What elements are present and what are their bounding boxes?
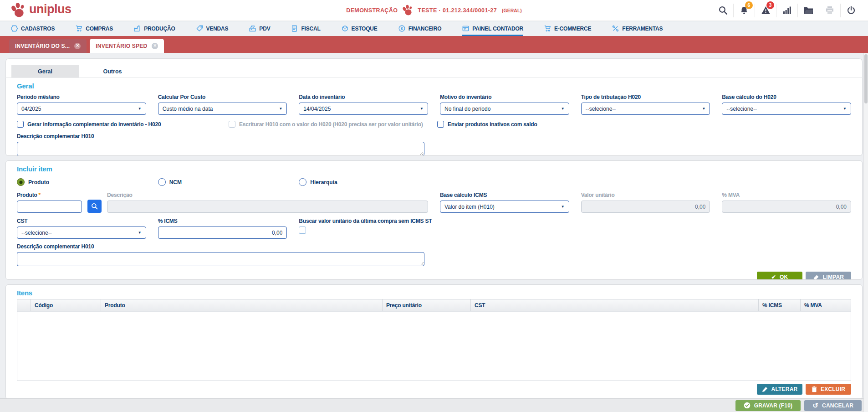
menu-item-vendas[interactable]: VENDAS xyxy=(196,21,229,36)
chevron-down-icon: ▼ xyxy=(420,107,424,111)
select-value: --selecione-- xyxy=(21,230,52,236)
radio-button[interactable] xyxy=(299,178,306,186)
produto-search-button[interactable] xyxy=(87,200,102,213)
field-label: Base cálculo ICMS xyxy=(440,192,569,198)
column-header-produto[interactable]: Produto xyxy=(101,299,383,311)
menu-item-fiscal[interactable]: FISCAL xyxy=(291,21,320,36)
subtab-outros[interactable]: Outros xyxy=(79,65,146,77)
search-button[interactable] xyxy=(712,3,733,18)
menu-item-cadastros[interactable]: CADASTROS xyxy=(11,21,55,36)
column-header-preco-unitario[interactable]: Preço unitário xyxy=(383,299,471,311)
menu-item-producao[interactable]: PRODUÇÃO xyxy=(134,21,175,36)
data-inventario-select[interactable]: 14/04/2025 ▼ xyxy=(299,103,428,115)
column-header-mva[interactable]: % MVA xyxy=(801,299,851,311)
button-label: ALTERAR xyxy=(771,386,798,392)
menu-item-ferramentas[interactable]: FERRAMENTAS xyxy=(612,21,663,36)
cash-register-icon xyxy=(249,25,256,32)
limpar-button[interactable]: LIMPAR xyxy=(806,272,851,280)
field-label: Motivo do inventário xyxy=(440,94,569,100)
descricao-h010-textarea[interactable] xyxy=(17,142,424,156)
produto-input[interactable] xyxy=(17,201,82,213)
cst-select[interactable]: --selecione-- ▼ xyxy=(17,227,146,239)
menu-item-ecommerce[interactable]: E-COMMERCE xyxy=(544,21,591,36)
buscar-checkbox[interactable] xyxy=(299,227,306,234)
menu-item-estoque[interactable]: ESTOQUE xyxy=(342,21,378,36)
shopping-cart-icon xyxy=(544,25,551,32)
menu-label: PRODUÇÃO xyxy=(144,26,175,32)
document-icon xyxy=(291,25,298,32)
chevron-down-icon: ▼ xyxy=(843,107,847,111)
menu-item-painel-contador[interactable]: PAINEL CONTADOR xyxy=(462,21,523,36)
motivo-inventario-select[interactable]: No final do período ▼ xyxy=(440,103,569,115)
power-icon xyxy=(847,6,856,15)
alterar-button[interactable]: ALTERAR xyxy=(757,384,802,395)
subtab-bar: Geral Outros xyxy=(5,58,863,77)
tipo-tributacao-h020-select[interactable]: --selecione-- ▼ xyxy=(581,103,710,115)
checkbox[interactable] xyxy=(17,121,24,128)
undo-icon: ↺ xyxy=(812,402,818,410)
files-button[interactable] xyxy=(798,3,819,18)
radio-label: NCM xyxy=(169,179,182,185)
print-button xyxy=(819,3,840,18)
menu-label: FERRAMENTAS xyxy=(622,26,663,32)
column-header-codigo[interactable]: Código xyxy=(31,299,101,311)
menu-label: FISCAL xyxy=(301,26,320,32)
gravar-button[interactable]: GRAVAR (F10) xyxy=(735,400,801,411)
field-label: CST xyxy=(17,218,146,224)
tab-label: INVENTÁRIO SPED xyxy=(96,43,147,49)
power-button[interactable] xyxy=(841,3,862,18)
field-produto: Produto* xyxy=(17,192,82,213)
calcular-por-custo-select[interactable]: Custo médio na data ▼ xyxy=(158,103,287,115)
radio-button[interactable] xyxy=(17,178,25,186)
section-title: Geral xyxy=(17,82,851,90)
checkbox[interactable] xyxy=(437,121,444,128)
menu-label: E-COMMERCE xyxy=(554,26,591,32)
main-content: Geral Outros Geral Período mês/ano 04/20… xyxy=(0,53,868,412)
panel-icon xyxy=(462,25,469,32)
tab-inventario-sped[interactable]: INVENTÁRIO SPED ✕ xyxy=(90,39,164,53)
check-icon: ✔ xyxy=(771,274,776,280)
descricao-h010-item-textarea[interactable] xyxy=(17,252,424,266)
menu-item-pdv[interactable]: PDV xyxy=(249,21,270,36)
base-calculo-icms-select[interactable]: Valor do item (H010) ▼ xyxy=(440,201,569,213)
checkbox-escriturar-h010: Escriturar H010 com o valor do H020 (H02… xyxy=(229,121,437,128)
field-label: Buscar valor unitário da última compra s… xyxy=(299,218,569,224)
vertical-scrollbar[interactable] xyxy=(863,53,868,412)
field-base-calculo-icms: Base cálculo ICMS Valor do item (H010) ▼ xyxy=(440,192,569,213)
shopping-cart-icon xyxy=(76,25,82,32)
base-calculo-h020-select[interactable]: --selecione-- ▼ xyxy=(722,103,851,115)
cancelar-button[interactable]: ↺ CANCELAR xyxy=(804,400,862,411)
field-label: Período mês/ano xyxy=(17,94,146,100)
notifications-button[interactable]: 6 xyxy=(734,3,755,18)
periodo-select[interactable]: 04/2025 ▼ xyxy=(17,103,146,115)
scrollbar-thumb[interactable] xyxy=(864,54,868,103)
column-header-icms[interactable]: % ICMS xyxy=(759,299,801,311)
tools-icon xyxy=(612,25,619,32)
menu-label: VENDAS xyxy=(206,26,229,32)
field-label: Descrição complementar H010 xyxy=(17,243,851,250)
required-mark: * xyxy=(39,192,41,198)
radio-ncm: NCM xyxy=(158,178,287,186)
close-icon[interactable]: ✕ xyxy=(74,43,81,49)
paw-icon xyxy=(402,5,414,16)
tab-inventario-do-s[interactable]: INVENTÁRIO DO S... ✕ xyxy=(9,39,87,53)
icms-input[interactable] xyxy=(158,227,287,239)
radio-button[interactable] xyxy=(158,178,166,186)
ok-button[interactable]: ✔ OK xyxy=(757,272,802,280)
search-icon xyxy=(718,5,728,15)
excluir-button[interactable]: EXCLUIR xyxy=(806,384,851,395)
main-menu: CADASTROS COMPRAS PRODUÇÃO VENDAS PDV FI… xyxy=(0,21,868,36)
field-motivo-inventario: Motivo do inventário No final do período… xyxy=(440,94,569,115)
menu-item-compras[interactable]: COMPRAS xyxy=(76,21,113,36)
radio-label: Produto xyxy=(28,179,49,185)
statistics-button[interactable] xyxy=(776,3,797,18)
menu-item-financeiro[interactable]: $ FINANCEIRO xyxy=(398,21,442,36)
header-actions: 6 3 xyxy=(712,0,862,21)
column-header-cst[interactable]: CST xyxy=(471,299,759,311)
itens-table: Código Produto Preço unitário CST % ICMS… xyxy=(17,299,851,381)
menu-label: ESTOQUE xyxy=(352,26,378,32)
subtab-geral[interactable]: Geral xyxy=(11,65,79,77)
close-icon[interactable]: ✕ xyxy=(152,43,158,49)
field-cst: CST --selecione-- ▼ xyxy=(17,218,146,239)
alerts-button[interactable]: 3 xyxy=(755,3,776,18)
